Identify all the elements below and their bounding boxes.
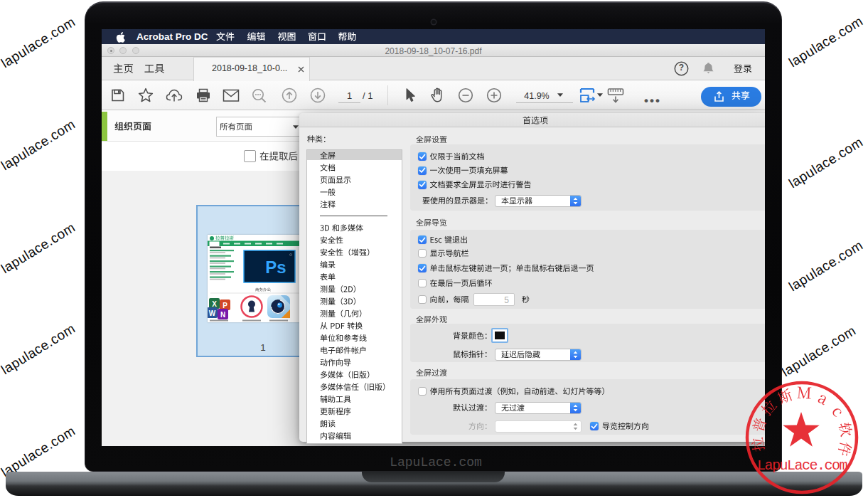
svg-text:N: N (220, 311, 225, 319)
svg-text:W: W (209, 309, 216, 317)
svg-text:LapuLace.com: LapuLace.com (757, 457, 847, 474)
svg-text:P: P (223, 302, 227, 309)
svg-text:Ps: Ps (265, 258, 286, 277)
svg-text:X: X (212, 300, 217, 308)
